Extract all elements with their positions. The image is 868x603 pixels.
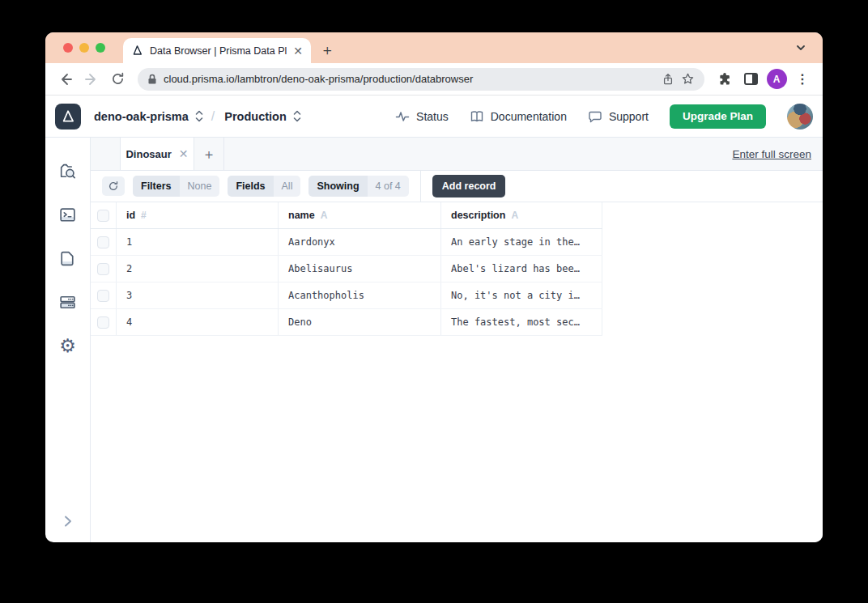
table-row[interactable]: 1 Aardonyx An early stage in the… (91, 229, 602, 256)
zoom-window-button[interactable] (96, 43, 105, 53)
window-controls (63, 43, 105, 53)
table-row[interactable]: 3 Acanthopholis No, it's not a city i… (91, 282, 602, 309)
cell-id[interactable]: 3 (126, 290, 132, 301)
showing-value: 4 of 4 (368, 176, 409, 197)
table-header-row: id # name A description A (91, 202, 602, 229)
refresh-button[interactable] (102, 176, 125, 196)
browser-toolbar: cloud.prisma.io/lambtron/deno-oak-prisma… (45, 63, 823, 96)
data-table: id # name A description A 1 Aardony (91, 202, 602, 336)
reload-icon[interactable] (107, 69, 128, 90)
table-row[interactable]: 2 Abelisaurus Abel's lizard has bee… (91, 256, 602, 282)
model-tab-close-icon[interactable]: ✕ (179, 147, 189, 160)
lock-icon (147, 74, 157, 85)
table-row[interactable]: 4 Deno The fastest, most sec… (91, 309, 602, 336)
share-icon[interactable] (662, 72, 674, 87)
enter-fullscreen-link[interactable]: Enter full screen (732, 148, 811, 160)
environment-selector[interactable]: Production (224, 110, 287, 123)
cell-name[interactable]: Abelisaurus (288, 263, 352, 274)
sidebar-item-data-browser[interactable] (50, 149, 86, 193)
browser-profile-avatar[interactable]: A (766, 69, 787, 90)
project-selector-chevrons-icon[interactable] (195, 110, 203, 122)
prisma-logo[interactable] (55, 104, 81, 130)
int-type-icon: # (141, 210, 147, 221)
filters-value: None (180, 176, 220, 197)
chat-bubble-icon (588, 109, 602, 124)
gear-icon: ⚙ (59, 337, 76, 355)
row-checkbox[interactable] (97, 236, 109, 248)
tab-search-chevron-icon[interactable] (795, 42, 806, 53)
side-panel-icon[interactable] (740, 69, 761, 90)
data-toolbar: Filters None Fields All Showing 4 of 4 A… (91, 171, 823, 202)
row-checkbox[interactable] (97, 263, 109, 275)
toolbar-divider (420, 171, 421, 202)
bookmark-star-icon[interactable] (681, 72, 695, 86)
cell-id[interactable]: 4 (126, 316, 132, 328)
model-tab-dinosaur[interactable]: Dinosaur ✕ (120, 138, 194, 170)
upgrade-plan-button[interactable]: Upgrade Plan (670, 104, 766, 129)
fields-control[interactable]: Fields All (228, 176, 300, 197)
environment-selector-chevrons-icon[interactable] (293, 110, 301, 122)
address-bar[interactable]: cloud.prisma.io/lambtron/deno-oak-prisma… (138, 68, 704, 91)
cell-name[interactable]: Acanthopholis (288, 290, 364, 301)
breadcrumb-separator: / (211, 109, 215, 124)
column-header-description[interactable]: description (451, 210, 505, 221)
cell-description[interactable]: An early stage in the… (451, 236, 580, 248)
fields-value: All (274, 176, 301, 197)
browser-menu-icon[interactable]: ⋮ (792, 69, 813, 90)
column-header-name[interactable]: name (288, 210, 315, 221)
model-tabbar: Dinosaur ✕ ＋ Enter full screen (91, 138, 823, 171)
book-icon (470, 109, 484, 124)
filters-control[interactable]: Filters None (133, 176, 219, 197)
browser-tabstrip: Data Browser | Prisma Data Pla ✕ ＋ (45, 32, 823, 63)
string-type-icon: A (321, 210, 328, 221)
cell-id[interactable]: 2 (126, 263, 132, 274)
add-model-tab-button[interactable]: ＋ (194, 138, 224, 170)
filters-label: Filters (133, 176, 180, 197)
browser-tab[interactable]: Data Browser | Prisma Data Pla ✕ (123, 38, 311, 63)
column-header-id[interactable]: id (126, 210, 135, 221)
nav-status[interactable]: Status (395, 109, 449, 124)
fields-label: Fields (228, 176, 273, 197)
browser-tab-title: Data Browser | Prisma Data Pla (150, 45, 287, 57)
minimize-window-button[interactable] (79, 43, 89, 53)
tab-close-icon[interactable]: ✕ (293, 45, 303, 57)
sidebar-item-settings[interactable]: ⚙ (50, 324, 86, 367)
add-record-button[interactable]: Add record (432, 175, 506, 197)
back-icon[interactable] (55, 69, 76, 90)
forward-icon[interactable] (81, 69, 102, 90)
sidebar-item-databases[interactable] (50, 280, 86, 324)
cell-description[interactable]: No, it's not a city i… (451, 290, 580, 301)
cell-description[interactable]: Abel's lizard has bee… (451, 263, 580, 274)
showing-label: Showing (308, 176, 367, 197)
cell-name[interactable]: Deno (288, 316, 312, 328)
new-tab-button[interactable]: ＋ (316, 39, 338, 62)
project-selector[interactable]: deno-oak-prisma (94, 110, 189, 123)
string-type-icon: A (511, 210, 518, 221)
nav-support-label: Support (609, 110, 649, 123)
app-header: deno-oak-prisma / Production Status Docu… (45, 96, 823, 138)
cell-id[interactable]: 1 (126, 236, 132, 248)
close-window-button[interactable] (63, 43, 73, 53)
row-checkbox[interactable] (97, 290, 109, 302)
showing-control[interactable]: Showing 4 of 4 (308, 176, 408, 197)
sidebar-item-schema[interactable] (50, 236, 86, 280)
nav-documentation-label: Documentation (491, 110, 567, 123)
select-all-checkbox[interactable] (97, 210, 109, 222)
sidebar-expand-chevron-icon[interactable] (62, 515, 74, 528)
sidebar-item-query-console[interactable] (50, 193, 86, 236)
prisma-favicon-icon (131, 45, 143, 57)
nav-status-label: Status (416, 110, 449, 123)
nav-support[interactable]: Support (588, 109, 649, 124)
extensions-puzzle-icon[interactable] (714, 69, 735, 90)
browser-window: Data Browser | Prisma Data Pla ✕ ＋ cloud… (45, 32, 823, 542)
app-sidebar: ⚙ (45, 138, 91, 542)
nav-documentation[interactable]: Documentation (470, 109, 567, 124)
model-tab-label: Dinosaur (126, 148, 171, 160)
url-text: cloud.prisma.io/lambtron/deno-oak-prisma… (164, 73, 655, 85)
user-avatar[interactable] (787, 104, 813, 130)
row-checkbox[interactable] (97, 316, 109, 329)
cell-description[interactable]: The fastest, most sec… (451, 316, 580, 328)
status-pulse-icon (395, 109, 410, 124)
cell-name[interactable]: Aardonyx (288, 236, 335, 248)
